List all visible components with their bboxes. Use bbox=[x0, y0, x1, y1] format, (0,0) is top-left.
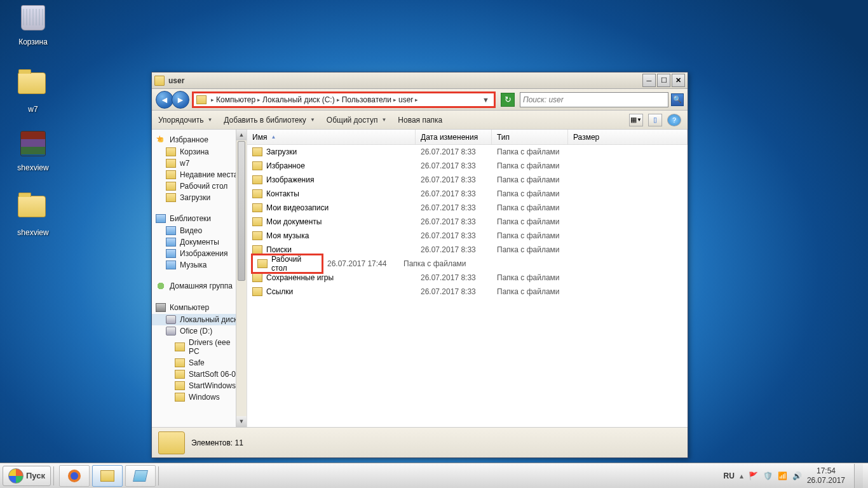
search-button[interactable]: 🔍 bbox=[671, 93, 684, 106]
clock[interactable]: 17:5426.07.2017 bbox=[807, 466, 845, 485]
computer-icon bbox=[156, 303, 166, 312]
taskbar-app[interactable] bbox=[125, 465, 156, 487]
sidebar-item[interactable]: Недавние места bbox=[152, 169, 247, 180]
sidebar-item[interactable]: w7 bbox=[152, 158, 247, 169]
breadcrumb[interactable]: Локальный диск (C:) bbox=[262, 95, 335, 104]
system-tray: RU ▴ 🚩 🛡️ 📶 🔊 17:5426.07.2017 bbox=[724, 464, 865, 488]
desktop-icon-корзина[interactable]: Корзина bbox=[9, 3, 57, 46]
folder-icon bbox=[252, 245, 262, 254]
file-row[interactable]: Избранное26.07.2017 8:33Папка с файлами bbox=[247, 159, 688, 173]
column-date[interactable]: Дата изменения bbox=[416, 130, 492, 144]
sidebar-scrollbar[interactable]: ▲▼ bbox=[236, 130, 247, 427]
column-type[interactable]: Тип bbox=[492, 130, 568, 144]
nav-pane: Избранное Корзинаw7Недавние местаРабочий… bbox=[152, 130, 247, 427]
sidebar-item[interactable]: Windows bbox=[152, 391, 247, 403]
sidebar-item[interactable]: StartWindows bbox=[152, 380, 247, 391]
library-icon bbox=[156, 214, 166, 223]
file-row[interactable]: Мои видеозаписи26.07.2017 8:33Папка с фа… bbox=[247, 201, 688, 215]
add-to-library-menu[interactable]: Добавить в библиотеку bbox=[224, 116, 315, 125]
tray-flag-icon[interactable]: 🚩 bbox=[749, 471, 758, 480]
nav-bar: ◄ ► ▸ Компьютер▸ Локальный диск (C:)▸ По… bbox=[152, 89, 688, 111]
taskbar-firefox[interactable] bbox=[59, 465, 90, 487]
sidebar-item[interactable]: Safe bbox=[152, 357, 247, 369]
command-bar: Упорядочить Добавить в библиотеку Общий … bbox=[152, 111, 688, 130]
view-options-button[interactable]: ▦▼ bbox=[629, 114, 643, 126]
disk-icon bbox=[166, 315, 176, 324]
close-button[interactable]: ✕ bbox=[672, 74, 685, 87]
show-desktop-button[interactable] bbox=[854, 464, 863, 488]
breadcrumb[interactable]: user bbox=[398, 95, 413, 104]
folder-icon bbox=[252, 147, 262, 156]
sidebar-item[interactable]: Изображения bbox=[152, 248, 247, 259]
back-button[interactable]: ◄ bbox=[156, 91, 173, 109]
file-row[interactable]: Сохраненные игры26.07.2017 8:33Папка с ф… bbox=[247, 271, 688, 285]
taskbar-explorer[interactable] bbox=[92, 465, 123, 487]
sidebar-item[interactable]: Drivers (eee PC bbox=[152, 337, 247, 357]
file-row[interactable]: Рабочий стол26.07.2017 17:44Папка с файл… bbox=[247, 257, 688, 271]
desktop-icon-shexview[interactable]: shexview bbox=[9, 191, 57, 237]
folder-icon bbox=[158, 431, 185, 454]
organize-menu[interactable]: Упорядочить bbox=[158, 116, 212, 125]
homegroup[interactable]: Домашняя группа bbox=[152, 280, 247, 292]
tray-chevron-icon[interactable]: ▴ bbox=[740, 471, 743, 480]
sidebar-item[interactable]: Документы bbox=[152, 236, 247, 248]
sidebar-item[interactable]: Ofice (D:) bbox=[152, 325, 247, 337]
folder-icon bbox=[252, 189, 262, 198]
folder-icon bbox=[252, 217, 262, 226]
file-row[interactable]: Контакты26.07.2017 8:33Папка с файлами bbox=[247, 187, 688, 201]
libraries-group[interactable]: Библиотеки bbox=[152, 212, 247, 225]
titlebar[interactable]: user ─ ☐ ✕ bbox=[152, 72, 688, 89]
sidebar-item[interactable]: StartSoft 06-06- bbox=[152, 369, 247, 380]
file-row[interactable]: Мои документы26.07.2017 8:33Папка с файл… bbox=[247, 215, 688, 229]
breadcrumb[interactable]: Пользователи bbox=[342, 95, 391, 104]
sidebar-item[interactable]: Локальный диск ( bbox=[152, 314, 247, 325]
refresh-button[interactable]: ↻ bbox=[501, 93, 515, 107]
desktop-icon-w7[interactable]: w7 bbox=[9, 67, 57, 114]
fold-icon bbox=[166, 193, 176, 202]
new-folder-button[interactable]: Новая папка bbox=[398, 116, 442, 125]
homegroup-icon bbox=[156, 281, 166, 290]
sidebar-item[interactable]: Рабочий стол bbox=[152, 180, 247, 192]
column-name[interactable]: Имя bbox=[247, 130, 416, 144]
help-button[interactable]: ? bbox=[667, 114, 681, 126]
minimize-button[interactable]: ─ bbox=[642, 74, 656, 87]
computer-group[interactable]: Компьютер bbox=[152, 301, 247, 314]
column-size[interactable]: Размер bbox=[568, 130, 688, 144]
lib-icon bbox=[166, 249, 176, 258]
forward-button[interactable]: ► bbox=[172, 91, 189, 109]
tray-security-icon[interactable]: 🛡️ bbox=[763, 471, 773, 480]
desktop-icon-shexview[interactable]: shexview bbox=[9, 128, 57, 172]
search-input[interactable] bbox=[523, 95, 665, 104]
language-indicator[interactable]: RU bbox=[724, 471, 735, 480]
sidebar-item[interactable]: Музыка bbox=[152, 259, 247, 271]
favorites-group[interactable]: Избранное bbox=[152, 133, 247, 146]
file-row[interactable]: Ссылки26.07.2017 8:33Папка с файлами bbox=[247, 285, 688, 299]
folder-icon bbox=[252, 175, 262, 184]
maximize-button[interactable]: ☐ bbox=[657, 74, 670, 87]
column-headers[interactable]: Имя Дата изменения Тип Размер bbox=[247, 130, 688, 145]
folder-icon bbox=[154, 76, 165, 86]
search-box[interactable] bbox=[520, 92, 668, 107]
folder-icon bbox=[196, 95, 207, 104]
folder-icon bbox=[252, 231, 262, 240]
start-button[interactable]: Пуск bbox=[3, 466, 51, 486]
sidebar-item[interactable]: Видео bbox=[152, 225, 247, 236]
address-bar[interactable]: ▸ Компьютер▸ Локальный диск (C:)▸ Пользо… bbox=[192, 92, 496, 108]
sidebar-item[interactable]: Загрузки bbox=[152, 192, 247, 203]
folder-icon bbox=[252, 161, 262, 170]
file-row[interactable]: Моя музыка26.07.2017 8:33Папка с файлами bbox=[247, 229, 688, 243]
fold-icon bbox=[166, 147, 176, 156]
lib-icon bbox=[166, 226, 176, 235]
share-menu[interactable]: Общий доступ bbox=[327, 116, 387, 125]
file-row[interactable]: Загрузки26.07.2017 8:33Папка с файлами bbox=[247, 145, 688, 159]
folder-icon bbox=[175, 381, 185, 390]
preview-pane-button[interactable]: ▯ bbox=[648, 114, 662, 126]
sidebar-item[interactable]: Корзина bbox=[152, 146, 247, 158]
tray-volume-icon[interactable]: 🔊 bbox=[792, 471, 802, 480]
breadcrumb[interactable]: Компьютер bbox=[216, 95, 255, 104]
folder-icon bbox=[175, 358, 185, 367]
svg-point-1 bbox=[71, 472, 78, 480]
fold-icon bbox=[166, 159, 176, 168]
file-row[interactable]: Изображения26.07.2017 8:33Папка с файлам… bbox=[247, 173, 688, 187]
tray-network-icon[interactable]: 📶 bbox=[778, 471, 787, 480]
